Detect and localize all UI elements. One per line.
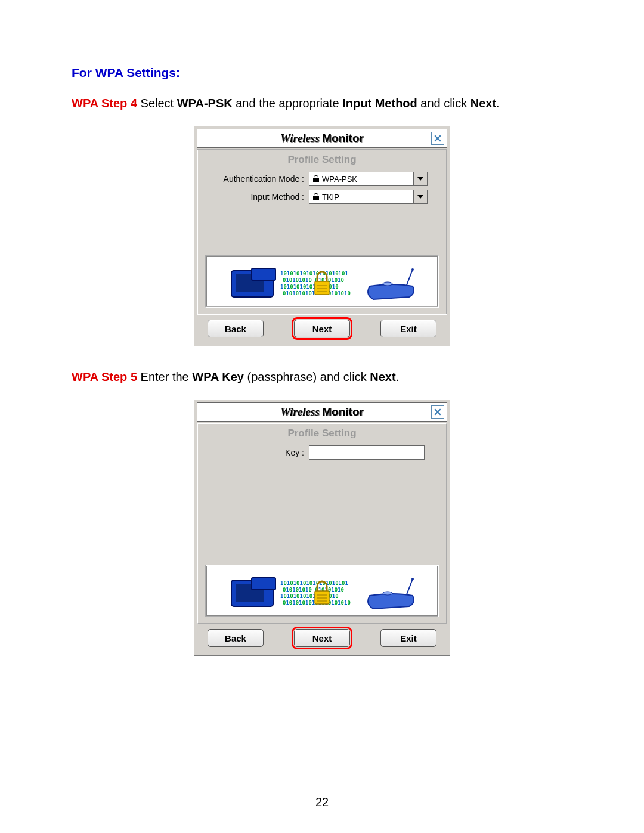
chevron-down-icon[interactable] [413, 190, 428, 204]
svg-line-12 [407, 270, 413, 285]
panel-title: Profile Setting [198, 424, 446, 445]
network-lock-illustration-icon: 101010101010101010101 010101010 01010101… [215, 258, 429, 305]
close-button[interactable] [431, 405, 444, 419]
close-button[interactable] [431, 132, 444, 145]
next-button[interactable]: Next [294, 320, 350, 337]
svg-line-26 [407, 579, 413, 594]
close-icon [434, 408, 441, 416]
key-label: Key : [204, 448, 309, 457]
svg-text:010101010   010101010: 010101010 010101010 [283, 587, 344, 593]
exit-button[interactable]: Exit [380, 320, 436, 337]
auth-mode-label: Authentication Mode : [204, 174, 309, 184]
lock-icon [313, 175, 319, 182]
dialog-panel: Profile Setting Authentication Mode : WP… [197, 149, 447, 315]
button-row: Back Next Exit [196, 625, 448, 654]
bold-next: Next [370, 370, 395, 383]
bold-wpa-key: WPA Key [192, 370, 244, 383]
svg-rect-2 [252, 268, 275, 280]
text: . [496, 97, 500, 110]
auth-mode-select[interactable]: WPA-PSK [309, 172, 415, 186]
svg-point-27 [411, 578, 414, 580]
title-monitor: Monitor [322, 132, 364, 144]
svg-text:010101010   010101010: 010101010 010101010 [283, 277, 344, 283]
text: . [396, 370, 400, 383]
title-monitor: Monitor [322, 405, 364, 418]
svg-text:10101010101   101010: 10101010101 101010 [280, 284, 339, 290]
step-5-text: WPA Step 5 Enter the WPA Key (passphrase… [72, 370, 572, 384]
auth-mode-row: Authentication Mode : WPA-PSK [204, 172, 440, 186]
input-method-select[interactable]: TKIP [309, 190, 415, 204]
svg-text:101010101010101010101: 101010101010101010101 [280, 271, 348, 277]
svg-text:101010101010101010101: 101010101010101010101 [280, 580, 348, 586]
svg-rect-21 [315, 591, 329, 604]
text: and click [417, 97, 470, 110]
next-button[interactable]: Next [294, 629, 350, 647]
bold-input-method: Input Method [342, 97, 417, 110]
exit-button[interactable]: Exit [380, 629, 436, 647]
key-input[interactable] [309, 445, 425, 460]
step-4-tag: WPA Step 4 [72, 97, 137, 110]
text: (passphrase) and click [244, 370, 370, 383]
title-wireless: Wireless [280, 405, 320, 418]
button-row: Back Next Exit [196, 316, 448, 345]
title-wireless: Wireless [280, 132, 320, 144]
back-button[interactable]: Back [208, 629, 264, 647]
input-method-row: Input Method : TKIP [204, 190, 440, 204]
svg-text:10101010101   101010: 10101010101 101010 [280, 593, 339, 599]
step-4-text: WPA Step 4 Select WPA-PSK and the approp… [72, 97, 572, 110]
dialog-panel: Profile Setting Key : 101010101010101010 [197, 423, 447, 624]
wireless-monitor-dialog-2: Wireless Monitor Profile Setting Key : [194, 400, 450, 656]
text: Select [137, 97, 177, 110]
panel-title: Profile Setting [198, 150, 446, 172]
input-method-label: Input Method : [204, 192, 309, 202]
text: and the appropriate [233, 97, 343, 110]
svg-point-11 [383, 282, 392, 286]
illustration: 101010101010101010101 010101010 01010101… [205, 565, 439, 617]
bold-wpapsk: WPA-PSK [177, 97, 233, 110]
input-method-value: TKIP [322, 193, 339, 202]
network-lock-illustration-icon: 101010101010101010101 010101010 01010101… [215, 567, 429, 615]
svg-rect-16 [252, 578, 275, 590]
chevron-down-icon[interactable] [413, 172, 428, 186]
section-heading: For WPA Settings: [72, 66, 572, 80]
svg-point-13 [411, 268, 414, 271]
close-icon [434, 135, 441, 142]
dialog-titlebar: Wireless Monitor [197, 402, 447, 422]
document-page: For WPA Settings: WPA Step 4 Select WPA-… [0, 0, 644, 833]
page-number: 22 [0, 795, 644, 809]
svg-point-25 [383, 592, 392, 595]
back-button[interactable]: Back [208, 320, 264, 337]
lock-icon [313, 193, 319, 200]
auth-mode-value: WPA-PSK [322, 175, 357, 184]
svg-rect-7 [315, 281, 329, 295]
step-5-tag: WPA Step 5 [72, 370, 137, 383]
key-row: Key : [204, 445, 440, 460]
text: Enter the [137, 370, 192, 383]
bold-next: Next [470, 97, 496, 110]
dialog-titlebar: Wireless Monitor [197, 129, 447, 148]
wireless-monitor-dialog-1: Wireless Monitor Profile Setting Authent… [194, 126, 450, 346]
illustration: 101010101010101010101 010101010 01010101… [205, 255, 439, 308]
